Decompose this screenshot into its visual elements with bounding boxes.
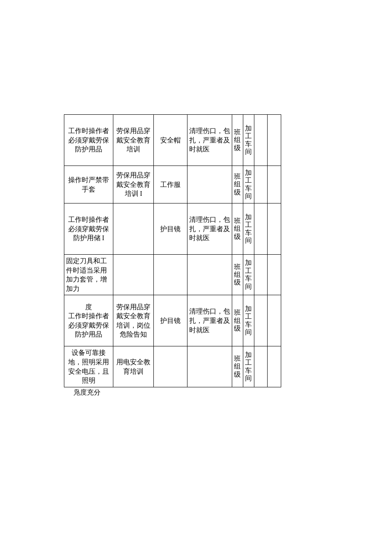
cell-blank2 — [268, 346, 281, 387]
cell-blank1 — [254, 346, 268, 387]
cell-blank2 — [268, 115, 281, 166]
cell-level: 班组级 — [232, 255, 243, 295]
table-row: 工作时操作者必须穿戴劳保防护用品 劳保用品穿戴安全教育培训 安全帽 清理伤口，包… — [64, 115, 281, 166]
cell-response: 清理伤口，包扎，严重者及时就医 — [187, 203, 232, 255]
cell-response: 清理伤口，包扎，严重者及时就医 — [187, 115, 232, 166]
cell-level: 班组级 — [232, 115, 243, 166]
safety-table: 工作时操作者必须穿戴劳保防护用品 劳保用品穿戴安全教育培训 安全帽 清理伤口，包… — [64, 114, 281, 387]
table-row: 操作时严禁带手套 劳保用品穿戴安全教育培训 I 工作服 班组级 加工车间 — [64, 166, 281, 203]
cell-blank2 — [268, 166, 281, 203]
cell-training: 用电安全教育培训 — [113, 346, 153, 387]
cell-blank1 — [254, 166, 268, 203]
table-row: 工作时操作者必须穿戴劳保防护用储 I 护目镜 清理伤口，包扎，严重者及时就医 班… — [64, 203, 281, 255]
cell-response: 清理伤口，包扎，严重者及时就医 — [187, 295, 232, 346]
cell-measure: 设备可靠接地，照明采用安全电压，且照明 — [64, 346, 113, 387]
cell-training: 劳保用品穿戴安全教育培训，岗位危险告知 — [113, 295, 153, 346]
footer-text: 凫度充分 — [64, 387, 328, 397]
cell-blank1 — [254, 115, 268, 166]
cell-training: 劳保用品穿戴安全教育培训 I — [113, 166, 153, 203]
cell-dept: 加工车间 — [243, 295, 254, 346]
cell-response — [187, 166, 232, 203]
cell-blank2 — [268, 255, 281, 295]
table-row: 设备可靠接地，照明采用安全电压，且照明 用电安全教育培训 班组级 加工车间 — [64, 346, 281, 387]
cell-ppe: 护目镜 — [153, 295, 187, 346]
table-row: 固定刀具和工件时适当采用加力套管，增加力 班组级 加工车间 — [64, 255, 281, 295]
cell-level: 班组级 — [232, 346, 243, 387]
cell-blank1 — [254, 203, 268, 255]
cell-blank1 — [254, 295, 268, 346]
cell-dept: 加工车间 — [243, 166, 254, 203]
cell-training — [113, 255, 153, 295]
cell-ppe — [153, 255, 187, 295]
cell-blank1 — [254, 255, 268, 295]
cell-training — [113, 203, 153, 255]
cell-level: 班组级 — [232, 166, 243, 203]
cell-dept: 加工车间 — [243, 203, 254, 255]
cell-blank2 — [268, 203, 281, 255]
cell-response — [187, 255, 232, 295]
cell-blank2 — [268, 295, 281, 346]
cell-measure: 度 工作时操作者必须穿戴劳保防护用品 — [64, 295, 113, 346]
cell-level: 班组级 — [232, 203, 243, 255]
cell-ppe: 安全帽 — [153, 115, 187, 166]
cell-measure: 固定刀具和工件时适当采用加力套管，增加力 — [64, 255, 113, 295]
cell-measure: 操作时严禁带手套 — [64, 166, 113, 203]
cell-measure: 工作时操作者必须穿戴劳保防护用品 — [64, 115, 113, 166]
table-row: 度 工作时操作者必须穿戴劳保防护用品 劳保用品穿戴安全教育培训，岗位危险告知 护… — [64, 295, 281, 346]
cell-response — [187, 346, 232, 387]
cell-ppe: 护目镜 — [153, 203, 187, 255]
cell-training: 劳保用品穿戴安全教育培训 — [113, 115, 153, 166]
document-page: 工作时操作者必须穿戴劳保防护用品 劳保用品穿戴安全教育培训 安全帽 清理伤口，包… — [0, 0, 392, 397]
cell-dept: 加工车间 — [243, 115, 254, 166]
cell-ppe: 工作服 — [153, 166, 187, 203]
cell-dept: 加工车间 — [243, 255, 254, 295]
cell-level: 班组级 — [232, 295, 243, 346]
cell-ppe — [153, 346, 187, 387]
cell-measure: 工作时操作者必须穿戴劳保防护用储 I — [64, 203, 113, 255]
cell-dept: 加工车间 — [243, 346, 254, 387]
